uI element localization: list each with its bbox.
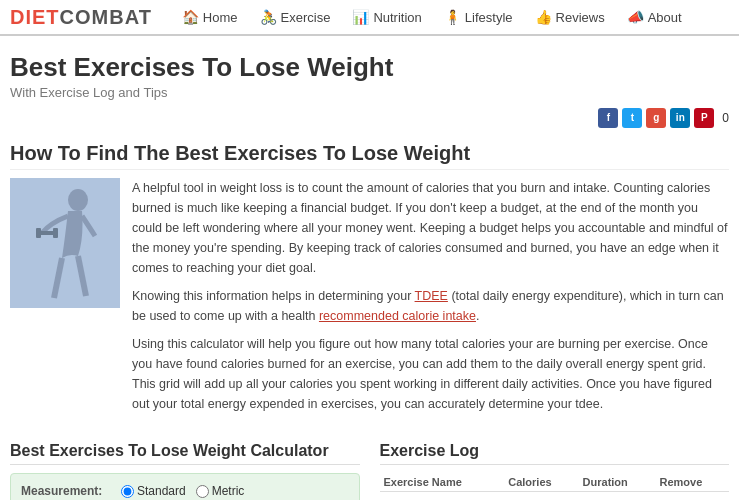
page-subtitle: With Exercise Log and Tips: [10, 85, 729, 100]
nav-lifestyle-label: Lifestyle: [465, 10, 513, 25]
bottom-section: Best Exercises To Lose Weight Calculator…: [10, 442, 729, 500]
reviews-icon: 👍: [535, 9, 552, 25]
logo-combat: COMBAT: [60, 6, 152, 28]
how-to-p3: Using this calculator will help you figu…: [132, 334, 729, 414]
svg-point-1: [68, 189, 88, 211]
svg-rect-4: [53, 228, 58, 238]
measurement-label: Measurement:: [21, 484, 121, 498]
main-nav: 🏠 Home 🚴 Exercise 📊 Nutrition 🧍 Lifestyl…: [172, 4, 692, 30]
nav-about[interactable]: 📣 About: [617, 4, 692, 30]
col-calories: Calories: [504, 473, 578, 492]
lifestyle-icon: 🧍: [444, 9, 461, 25]
exercise-icon: 🚴: [260, 9, 277, 25]
metric-label: Metric: [212, 484, 245, 498]
how-to-section: How To Find The Best Exercises To Lose W…: [10, 142, 729, 422]
facebook-button[interactable]: f: [598, 108, 618, 128]
measurement-row: Measurement: Standard Metric: [21, 484, 349, 498]
how-to-title: How To Find The Best Exercises To Lose W…: [10, 142, 729, 170]
log-title: Exercise Log: [380, 442, 730, 465]
nav-about-label: About: [648, 10, 682, 25]
nav-home[interactable]: 🏠 Home: [172, 4, 248, 30]
how-to-image: [10, 178, 120, 308]
log-table-row: — — — —: [380, 492, 730, 501]
standard-radio-label[interactable]: Standard: [121, 484, 186, 498]
home-icon: 🏠: [182, 9, 199, 25]
pinterest-button[interactable]: P: [694, 108, 714, 128]
nav-home-label: Home: [203, 10, 238, 25]
metric-radio[interactable]: [196, 485, 209, 498]
twitter-button[interactable]: t: [622, 108, 642, 128]
calc-title: Best Exercises To Lose Weight Calculator: [10, 442, 360, 465]
metric-radio-label[interactable]: Metric: [196, 484, 245, 498]
social-count: 0: [722, 111, 729, 125]
calc-form: Measurement: Standard Metric Exercise:: [10, 473, 360, 500]
standard-radio[interactable]: [121, 485, 134, 498]
how-to-p1: A helpful tool in weight loss is to coun…: [132, 178, 729, 278]
col-exercise-name: Exercise Name: [380, 473, 505, 492]
nutrition-icon: 📊: [352, 9, 369, 25]
main-content: How To Find The Best Exercises To Lose W…: [0, 142, 739, 500]
logo-diet: DIET: [10, 6, 60, 28]
log-table: Exercise Name Calories Duration Remove —…: [380, 473, 730, 500]
how-to-body: A helpful tool in weight loss is to coun…: [10, 178, 729, 422]
tdee-link[interactable]: TDEE: [415, 289, 448, 303]
page-title-area: Best Exercises To Lose Weight With Exerc…: [0, 36, 739, 104]
nav-exercise[interactable]: 🚴 Exercise: [250, 4, 341, 30]
nav-lifestyle[interactable]: 🧍 Lifestyle: [434, 4, 523, 30]
how-to-text: A helpful tool in weight loss is to coun…: [132, 178, 729, 422]
linkedin-button[interactable]: in: [670, 108, 690, 128]
measurement-radio-group: Standard Metric: [121, 484, 244, 498]
header: DIETCOMBAT 🏠 Home 🚴 Exercise 📊 Nutrition…: [0, 0, 739, 36]
googleplus-button[interactable]: g: [646, 108, 666, 128]
col-duration: Duration: [579, 473, 656, 492]
nav-nutrition[interactable]: 📊 Nutrition: [342, 4, 431, 30]
nav-reviews[interactable]: 👍 Reviews: [525, 4, 615, 30]
logo: DIETCOMBAT: [10, 6, 152, 29]
nav-nutrition-label: Nutrition: [373, 10, 421, 25]
how-to-p2: Knowing this information helps in determ…: [132, 286, 729, 326]
page-title: Best Exercises To Lose Weight: [10, 52, 729, 83]
calorie-intake-link[interactable]: recommended calorie intake: [319, 309, 476, 323]
col-remove: Remove: [656, 473, 729, 492]
log-table-header-row: Exercise Name Calories Duration Remove: [380, 473, 730, 492]
exercise-log-section: Exercise Log Exercise Name Calories Dura…: [380, 442, 730, 500]
svg-rect-3: [36, 228, 41, 238]
social-bar: f t g in P 0: [0, 104, 739, 132]
nav-reviews-label: Reviews: [556, 10, 605, 25]
about-icon: 📣: [627, 9, 644, 25]
nav-exercise-label: Exercise: [281, 10, 331, 25]
standard-label: Standard: [137, 484, 186, 498]
calculator-section: Best Exercises To Lose Weight Calculator…: [10, 442, 360, 500]
